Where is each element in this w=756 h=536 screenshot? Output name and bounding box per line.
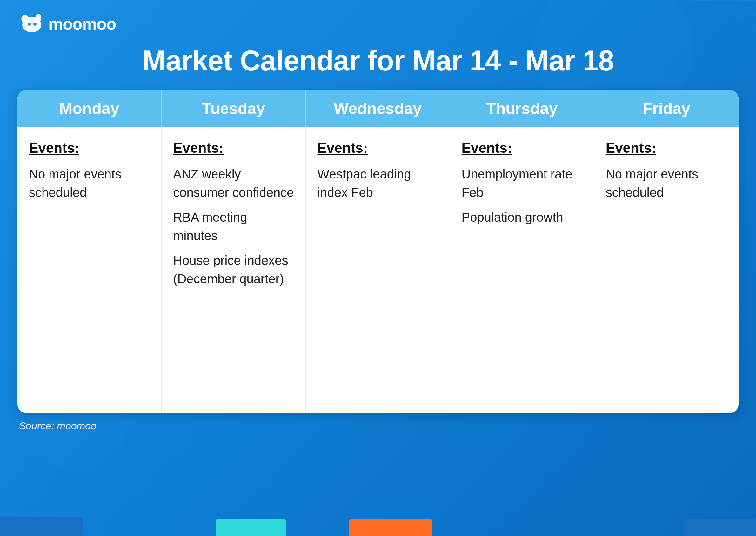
bottom-bars: [0, 517, 756, 536]
calendar-header: Monday Tuesday Wednesday Thursday Friday: [17, 90, 739, 127]
monday-event-0: No major events scheduled: [29, 165, 149, 202]
header-thursday: Thursday: [450, 90, 594, 127]
svg-point-7: [33, 22, 37, 26]
wednesday-events-label: Events:: [317, 140, 438, 156]
header-friday: Friday: [594, 90, 739, 127]
page-title: Market Calendar for Mar 14 - Mar 18: [19, 45, 737, 77]
bar-right: [683, 519, 756, 536]
thursday-event-0: Unemployment rate Feb: [462, 165, 582, 202]
header-area: moomoo: [0, 0, 756, 35]
tuesday-event-1: RBA meeting minutes: [173, 208, 294, 245]
tuesday-event-2: House price indexes (December quarter): [173, 251, 294, 288]
friday-events-label: Events:: [606, 140, 727, 156]
logo-area: moomoo: [19, 13, 116, 35]
bar-center: [349, 519, 432, 536]
monday-events-label: Events:: [29, 140, 149, 156]
cell-friday: Events: No major events scheduled: [594, 127, 739, 413]
cell-wednesday: Events: Westpac leading index Feb: [306, 127, 450, 413]
wednesday-event-0: Westpac leading index Feb: [317, 165, 438, 202]
header-tuesday: Tuesday: [162, 90, 306, 127]
header-wednesday: Wednesday: [306, 90, 450, 127]
source-area: Source: moomoo: [0, 413, 756, 439]
tuesday-events-label: Events:: [173, 140, 294, 156]
header-monday: Monday: [17, 90, 162, 127]
cell-tuesday: Events: ANZ weekly consumer confidence R…: [162, 127, 306, 413]
tuesday-event-0: ANZ weekly consumer confidence: [173, 165, 294, 202]
bar-left: [0, 517, 82, 536]
calendar-body: Events: No major events scheduled Events…: [17, 127, 739, 413]
svg-point-6: [28, 22, 31, 26]
logo-text: moomoo: [48, 14, 116, 33]
bar-center-left: [216, 519, 286, 536]
thursday-event-1: Population growth: [462, 208, 582, 226]
thursday-events-label: Events:: [462, 140, 582, 156]
logo-icon: [19, 13, 45, 35]
cell-monday: Events: No major events scheduled: [17, 127, 162, 413]
page-title-area: Market Calendar for Mar 14 - Mar 18: [0, 35, 756, 90]
source-text: Source: moomoo: [19, 420, 97, 431]
friday-event-0: No major events scheduled: [606, 165, 727, 202]
calendar-container: Monday Tuesday Wednesday Thursday Friday…: [17, 90, 739, 413]
cell-thursday: Events: Unemployment rate Feb Population…: [450, 127, 594, 413]
